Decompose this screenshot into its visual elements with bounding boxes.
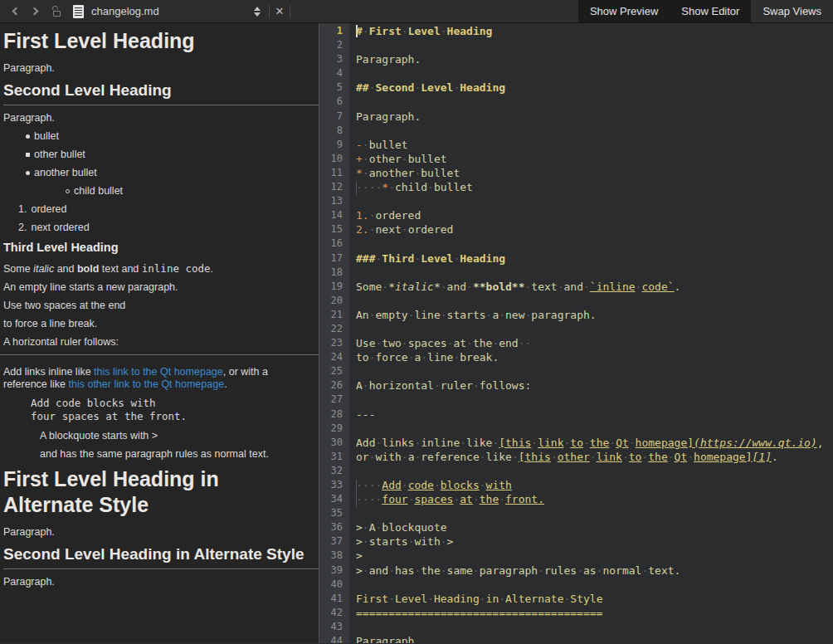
editor-line[interactable]: ====================================== <box>356 606 833 620</box>
line-number[interactable]: 3 <box>319 52 343 66</box>
line-number[interactable]: 42 <box>319 606 343 620</box>
line-number[interactable]: 15 <box>319 222 343 237</box>
line-number[interactable]: 22 <box>319 322 343 336</box>
editor-line[interactable]: Add·links·inline·like·[this·link·to·the·… <box>356 436 833 450</box>
qt-homepage-link[interactable]: this link to the Qt homepage <box>94 366 223 378</box>
editor-line[interactable]: ····four·spaces·at·the·front. <box>356 492 833 506</box>
editor-line[interactable]: -·bullet <box>356 138 833 152</box>
line-number[interactable]: 33 <box>319 478 343 492</box>
line-number[interactable]: 37 <box>319 534 343 549</box>
editor-line[interactable]: Paragraph. <box>356 110 833 124</box>
line-number[interactable]: 4 <box>319 66 343 80</box>
editor-line[interactable] <box>356 294 833 308</box>
line-number[interactable]: 29 <box>319 422 343 436</box>
show-editor-button[interactable]: Show Editor <box>670 0 751 22</box>
editor-line[interactable]: Some·*italic*·and·**bold**·text·and·`inl… <box>356 280 833 294</box>
line-number[interactable]: 17 <box>319 251 343 266</box>
editor-line[interactable] <box>356 422 833 436</box>
line-number[interactable]: 30 <box>319 436 343 450</box>
editor-line[interactable] <box>356 266 833 280</box>
forward-button[interactable] <box>25 2 43 21</box>
editor-line[interactable]: Paragraph. <box>356 634 833 643</box>
line-number[interactable]: 36 <box>319 520 343 534</box>
line-number[interactable]: 27 <box>319 393 343 407</box>
line-number[interactable]: 12 <box>319 180 343 194</box>
editor-line[interactable]: ##·Second·Level·Heading <box>356 80 833 95</box>
line-number[interactable]: 21 <box>319 308 343 322</box>
editor-line[interactable] <box>356 364 833 378</box>
editor-line[interactable] <box>356 95 833 109</box>
line-number[interactable]: 14 <box>319 208 343 222</box>
line-number[interactable]: 43 <box>319 620 343 634</box>
editor-line[interactable]: > <box>356 549 833 563</box>
show-preview-button[interactable]: Show Preview <box>578 0 670 22</box>
line-number[interactable]: 31 <box>319 450 343 464</box>
line-number[interactable]: 11 <box>319 166 343 180</box>
editor-line[interactable]: ····Add·code·blocks·with <box>356 478 833 492</box>
editor-line[interactable] <box>356 66 833 80</box>
line-number[interactable]: 28 <box>319 407 343 422</box>
editor-line[interactable]: +·other·bullet <box>356 152 833 166</box>
line-number[interactable]: 16 <box>319 237 343 251</box>
line-number[interactable]: 2 <box>319 38 343 52</box>
editor-line[interactable] <box>356 506 833 520</box>
editor-line[interactable]: 2.·next·ordered <box>356 222 833 237</box>
line-number-gutter[interactable]: 1234567891011121314151617181920212223242… <box>319 23 349 643</box>
lock-icon[interactable] <box>50 4 65 19</box>
editor-line[interactable]: *·another·bullet <box>356 166 833 180</box>
line-number[interactable]: 19 <box>319 280 343 294</box>
line-number[interactable]: 25 <box>319 364 343 378</box>
line-number[interactable]: 32 <box>319 464 343 478</box>
line-number[interactable]: 40 <box>319 578 343 592</box>
editor-line[interactable] <box>356 237 833 251</box>
line-number[interactable]: 7 <box>319 110 343 124</box>
editor-line[interactable]: An·empty·line·starts·a·new·paragraph. <box>356 308 833 322</box>
line-number[interactable]: 24 <box>319 350 343 364</box>
line-number[interactable]: 39 <box>319 564 343 578</box>
close-button[interactable]: ✕ <box>270 2 290 21</box>
line-number[interactable]: 23 <box>319 336 343 350</box>
editor-line[interactable] <box>356 620 833 634</box>
line-number[interactable]: 44 <box>319 634 343 643</box>
editor-line[interactable]: >·and·has·the·same·paragraph·rules·as·no… <box>356 564 833 578</box>
document-dropdown-icon[interactable] <box>254 7 261 17</box>
qt-homepage-link[interactable]: this other link to the Qt homepage <box>69 378 225 390</box>
line-number[interactable]: 20 <box>319 294 343 308</box>
editor-line[interactable]: >·starts·with·> <box>356 534 833 549</box>
editor-line[interactable]: #·First·Level·Heading <box>356 24 833 38</box>
markdown-editor-pane[interactable]: 1234567891011121314151617181920212223242… <box>319 23 833 643</box>
editor-line[interactable] <box>356 124 833 138</box>
back-button[interactable] <box>7 2 25 21</box>
editor-line[interactable] <box>356 578 833 592</box>
line-number[interactable]: 13 <box>319 194 343 208</box>
code-area[interactable]: #·First·Level·HeadingParagraph.##·Second… <box>349 23 833 643</box>
editor-line[interactable]: --- <box>356 407 833 422</box>
line-number[interactable]: 18 <box>319 266 343 280</box>
editor-line[interactable] <box>356 393 833 407</box>
editor-line[interactable]: ····*·child·bullet <box>356 180 833 194</box>
line-number[interactable]: 6 <box>319 95 343 109</box>
line-number[interactable]: 9 <box>319 138 343 152</box>
tab-title[interactable]: changelog.md <box>91 5 159 17</box>
swap-views-button[interactable]: Swap Views <box>751 0 833 22</box>
editor-line[interactable]: A·horizontal·ruler·follows: <box>356 378 833 393</box>
line-number[interactable]: 34 <box>319 492 343 506</box>
line-number[interactable]: 5 <box>319 80 343 95</box>
line-number[interactable]: 8 <box>319 124 343 138</box>
editor-line[interactable]: Paragraph. <box>356 52 833 66</box>
line-number[interactable]: 10 <box>319 152 343 166</box>
editor-line[interactable] <box>356 464 833 478</box>
line-number[interactable]: 26 <box>319 378 343 393</box>
editor-line[interactable]: 1.·ordered <box>356 208 833 222</box>
editor-line[interactable] <box>356 194 833 208</box>
editor-line[interactable] <box>356 38 833 52</box>
editor-line[interactable]: ###·Third·Level·Heading <box>356 251 833 266</box>
editor-line[interactable]: to·force·a·line·break. <box>356 350 833 364</box>
line-number[interactable]: 35 <box>319 506 343 520</box>
markdown-preview-pane[interactable]: First Level HeadingParagraph.Second Leve… <box>0 23 319 643</box>
editor-line[interactable] <box>356 322 833 336</box>
editor-line[interactable]: >·A·blockquote <box>356 520 833 534</box>
line-number[interactable]: 1 <box>319 24 343 38</box>
line-number[interactable]: 41 <box>319 592 343 606</box>
editor-line[interactable]: Use·two·spaces·at·the·end·· <box>356 336 833 350</box>
